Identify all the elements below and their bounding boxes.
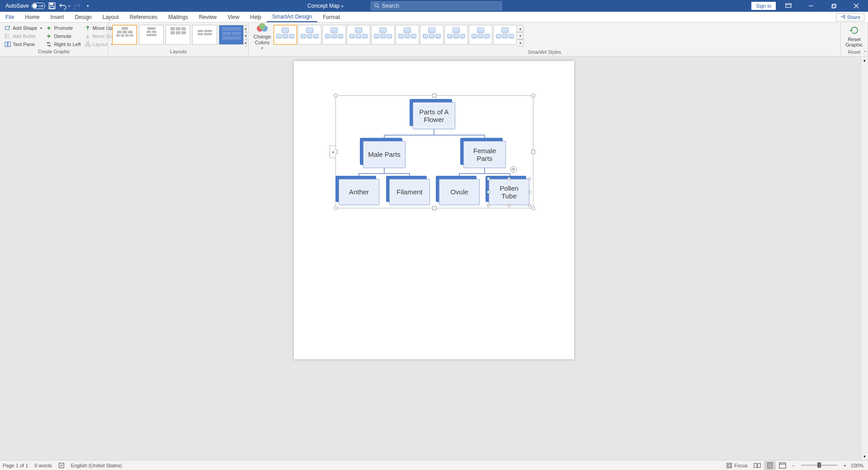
reset-graphic-button[interactable]: Reset Graphic xyxy=(844,24,865,49)
layouts-scroll-down[interactable]: ▾ xyxy=(245,32,247,39)
tab-view[interactable]: View xyxy=(222,12,245,22)
styles-scroll-down[interactable]: ▾ xyxy=(517,32,524,39)
group-smartart-styles: Change Colors ▾ ▴ ▾ ▾ SmartArt Sty xyxy=(249,23,841,56)
demote-icon xyxy=(46,33,52,39)
style-thumb-1[interactable] xyxy=(274,25,297,45)
right-to-left-icon xyxy=(46,41,52,47)
style-thumb-7[interactable] xyxy=(420,25,443,45)
maximize-icon[interactable] xyxy=(824,0,844,12)
style-thumb-4[interactable] xyxy=(347,25,370,45)
layout-thumb-2[interactable] xyxy=(139,25,164,45)
right-to-left-button[interactable]: Right to Left xyxy=(44,40,82,48)
autosave-label: AutoSave xyxy=(5,3,29,9)
tab-mailings[interactable]: Mailings xyxy=(163,12,193,22)
sign-in-button[interactable]: Sign in xyxy=(751,2,776,10)
svg-rect-6 xyxy=(832,4,835,7)
svg-rect-17 xyxy=(89,45,90,47)
search-box[interactable] xyxy=(371,1,502,10)
group-create-graphic: Add Shape ▾ Add Bullet Text Pane Promote xyxy=(0,23,108,56)
svg-point-3 xyxy=(375,3,378,7)
layout-thumb-4[interactable] xyxy=(192,25,217,45)
search-input[interactable] xyxy=(382,3,499,9)
svg-rect-13 xyxy=(5,42,7,47)
group-layouts: ▴ ▾ ▾ Layouts xyxy=(108,23,249,56)
svg-rect-9 xyxy=(5,27,9,30)
tab-format[interactable]: Format xyxy=(317,12,345,22)
tab-references[interactable]: References xyxy=(124,12,163,22)
promote-icon xyxy=(46,25,52,31)
tab-design[interactable]: Design xyxy=(69,12,97,22)
svg-rect-14 xyxy=(8,42,10,47)
tab-review[interactable]: Review xyxy=(193,12,222,22)
add-shape-icon xyxy=(5,25,11,31)
layout-thumb-1[interactable] xyxy=(112,25,137,45)
change-colors-button[interactable]: Change Colors ▾ xyxy=(251,24,273,49)
svg-rect-5 xyxy=(831,5,835,8)
title-bar: AutoSave Off ▾ ▾ Concept Map▾ Sign in xyxy=(0,0,868,12)
share-button[interactable]: Share xyxy=(836,13,864,21)
close-icon[interactable] xyxy=(846,0,866,12)
svg-rect-16 xyxy=(85,45,87,47)
svg-rect-1 xyxy=(50,3,53,5)
collapse-ribbon-icon[interactable]: ˄ xyxy=(864,50,866,55)
chevron-down-icon: ▾ xyxy=(40,26,42,30)
style-thumb-8[interactable] xyxy=(444,25,468,45)
style-thumb-5[interactable] xyxy=(371,25,395,45)
demote-button[interactable]: Demote xyxy=(44,32,82,40)
ribbon-tabs: File Home Insert Design Layout Reference… xyxy=(0,12,868,23)
undo-dropdown-icon[interactable]: ▾ xyxy=(68,4,70,8)
tab-smartart-design[interactable]: SmartArt Design xyxy=(267,12,317,22)
group-label-styles: SmartArt Styles xyxy=(249,49,840,56)
svg-rect-4 xyxy=(786,4,791,8)
save-icon[interactable] xyxy=(48,2,56,10)
style-thumb-2[interactable] xyxy=(298,25,321,45)
move-up-icon xyxy=(85,25,91,31)
svg-point-10 xyxy=(5,34,6,35)
group-label-create-graphic: Create Graphic xyxy=(0,49,108,56)
text-pane-icon xyxy=(5,41,11,47)
style-thumb-6[interactable] xyxy=(396,25,419,45)
add-shape-button[interactable]: Add Shape ▾ xyxy=(3,24,44,32)
move-down-icon xyxy=(85,33,91,39)
tab-home[interactable]: Home xyxy=(19,12,45,22)
chevron-down-icon: ▾ xyxy=(341,4,344,9)
style-thumb-9[interactable] xyxy=(469,25,492,45)
add-bullet-button: Add Bullet xyxy=(3,32,44,40)
styles-more-icon[interactable]: ▾ xyxy=(517,39,524,47)
styles-scroll-up[interactable]: ▴ xyxy=(517,25,524,32)
minimize-icon[interactable] xyxy=(801,0,821,12)
promote-button[interactable]: Promote xyxy=(44,24,82,32)
autosave-state: Off xyxy=(39,4,44,8)
document-title[interactable]: Concept Map▾ xyxy=(307,3,344,9)
svg-point-20 xyxy=(259,23,265,29)
ribbon-display-options-icon[interactable] xyxy=(778,0,798,12)
text-pane-button[interactable]: Text Pane xyxy=(3,40,44,48)
group-label-layouts: Layouts xyxy=(108,49,248,56)
style-thumb-10[interactable] xyxy=(493,25,517,45)
search-icon xyxy=(374,3,379,9)
redo-icon[interactable] xyxy=(73,2,81,10)
tab-help[interactable]: Help xyxy=(245,12,267,22)
svg-point-11 xyxy=(5,36,6,37)
layout-icon xyxy=(85,41,91,47)
svg-rect-7 xyxy=(844,15,845,16)
svg-rect-2 xyxy=(50,6,54,9)
tab-layout[interactable]: Layout xyxy=(97,12,124,22)
svg-rect-15 xyxy=(86,42,89,43)
autosave-toggle[interactable]: Off xyxy=(32,3,45,9)
layouts-more-icon[interactable]: ▾ xyxy=(245,39,247,47)
reset-graphic-icon xyxy=(849,26,859,36)
layout-thumb-5[interactable] xyxy=(219,25,244,45)
change-colors-icon xyxy=(256,23,268,33)
tab-file[interactable]: File xyxy=(0,12,19,22)
layouts-scroll-up[interactable]: ▴ xyxy=(245,25,247,32)
style-thumb-3[interactable] xyxy=(322,25,346,45)
share-icon xyxy=(840,14,845,20)
tab-insert[interactable]: Insert xyxy=(45,12,69,22)
svg-point-12 xyxy=(5,38,6,38)
add-bullet-icon xyxy=(5,33,11,39)
layout-thumb-3[interactable] xyxy=(165,25,190,45)
qat-customize-icon[interactable]: ▾ xyxy=(84,2,92,10)
ribbon: Add Shape ▾ Add Bullet Text Pane Promote xyxy=(0,23,868,56)
undo-icon[interactable] xyxy=(59,2,67,10)
